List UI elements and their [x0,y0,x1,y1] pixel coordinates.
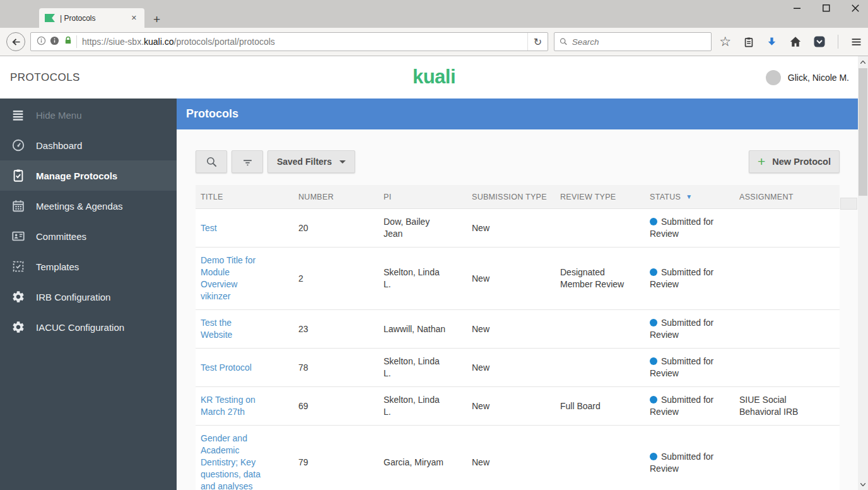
sidebar-item-label: Manage Protocols [36,170,117,181]
column-header-status[interactable]: STATUS▼ [645,193,734,201]
status-dot-icon [650,319,657,326]
home-icon[interactable] [790,36,801,47]
scrollbar-thumb[interactable] [859,68,867,196]
tab-close-icon[interactable]: ✕ [129,13,139,23]
cell-submission-type: New [467,273,555,285]
downloads-icon[interactable] [766,37,777,47]
address-bar[interactable]: https://siue-sbx.kuali.co/protocols/port… [30,32,548,51]
table-row: Demo Title for Module Overview vikinzer … [196,248,840,310]
gauge-icon [11,138,25,152]
column-header-assignment[interactable]: ASSIGNMENT [734,193,840,201]
column-header-review-type[interactable]: REVIEW TYPE [555,193,645,201]
maximize-icon[interactable] [823,4,830,12]
sidebar-item-iacuc-configuration[interactable]: IACUC Configuration [0,312,177,342]
sidebar-item-irb-configuration[interactable]: IRB Configuration [0,282,177,312]
filter-button[interactable] [232,150,263,173]
protocol-link[interactable]: Test the Website [201,317,262,341]
browser-window: | Protocols ✕ + [0,0,868,490]
cell-pi: Lawwill, Nathan [378,323,448,335]
protocol-link[interactable]: Test Protocol [201,362,252,374]
protocol-link[interactable]: KR Testing on March 27th [201,394,262,418]
kuali-logo: kuali [413,66,455,88]
column-header-pi[interactable]: PI [378,193,467,201]
cell-number: 78 [293,362,378,374]
table-row: Test the Website 23 Lawwill, Nathan New … [196,310,840,349]
id-card-icon [11,229,25,243]
column-header-number[interactable]: NUMBER [293,193,378,201]
cell-number: 20 [293,222,378,234]
search-button[interactable] [196,150,227,173]
browser-search-input[interactable] [572,37,706,47]
minimize-icon[interactable] [794,4,801,12]
template-check-icon [11,260,25,273]
main-panel: Protocols Saved Filters [177,99,868,490]
table-row: KR Testing on March 27th 69 Skelton, Lin… [196,387,840,426]
bookmark-star-icon[interactable]: ☆ [719,35,731,48]
table-options-button[interactable] [840,198,857,210]
search-icon [206,156,218,168]
saved-filters-label: Saved Filters [277,157,332,167]
cell-status: Submitted for Review [645,317,715,341]
protocol-link[interactable]: Demo Title for Module Overview vikinzer [201,254,262,302]
sidebar-item-label: Meetings & Agendas [36,201,123,212]
cell-number: 23 [293,323,378,335]
sort-desc-icon: ▼ [686,194,692,200]
toolbar: Saved Filters + New Protocol [196,150,840,173]
cell-submission-type: New [467,457,555,469]
status-dot-icon [650,268,657,276]
cell-title: Test [196,222,293,234]
kuali-favicon-icon [45,14,55,22]
url-prefix: https://siue-sbx. [82,37,144,47]
cell-status: Submitted for Review [645,356,715,379]
browser-tab[interactable]: | Protocols ✕ [39,8,144,28]
cell-review-type: Designated Member Review [555,266,628,290]
sidebar-item-meetings-agendas[interactable]: Meetings & Agendas [0,191,177,221]
new-protocol-button[interactable]: + New Protocol [749,150,840,173]
divider [838,35,838,49]
reload-icon[interactable]: ↻ [527,33,548,51]
gear-icon [11,290,25,304]
app-header: PROTOCOLS kuali Glick, Nicole M. [0,56,868,99]
sidebar-item-hide-menu[interactable]: Hide Menu [0,100,177,130]
user-menu[interactable]: Glick, Nicole M. [766,70,849,85]
saved-filters-dropdown[interactable]: Saved Filters [267,150,355,173]
close-icon[interactable] [852,4,859,12]
cell-review-type: Full Board [555,400,628,412]
url-text[interactable]: https://siue-sbx.kuali.co/protocols/port… [82,37,527,47]
sidebar-item-committees[interactable]: Committees [0,221,177,251]
menu-hamburger-icon[interactable] [851,37,862,47]
column-header-submission-type[interactable]: SUBMISSION TYPE [467,193,555,201]
browser-search-box[interactable] [554,32,712,51]
page-title: Protocols [177,99,868,129]
cell-number: 79 [293,457,378,469]
protocol-link[interactable]: Gender and Academic Dentistry; Key quest… [201,433,262,490]
cell-number: 2 [293,273,378,285]
scroll-up-icon[interactable] [858,57,868,66]
site-info-icon[interactable] [37,36,46,48]
sidebar-item-manage-protocols[interactable]: Manage Protocols [0,160,177,191]
cell-status: Submitted for Review [645,394,715,418]
cell-title: Test Protocol [196,362,293,374]
pocket-icon[interactable] [814,36,825,47]
back-button[interactable] [6,32,25,51]
vertical-scrollbar[interactable] [858,56,868,490]
table-row: Gender and Academic Dentistry; Key quest… [196,426,840,490]
lock-icon[interactable] [64,36,73,47]
cell-title: Demo Title for Module Overview vikinzer [196,254,293,302]
protocol-link[interactable]: Test [201,222,217,234]
content-area: Saved Filters + New Protocol TITLE NUMBE… [177,129,868,490]
protocols-table: TITLE NUMBER PI SUBMISSION TYPE REVIEW T… [196,185,840,490]
new-tab-button[interactable]: + [153,13,160,25]
reading-list-icon[interactable] [744,37,754,47]
status-text: Submitted for Review [650,395,713,417]
search-icon [560,37,568,46]
sidebar-item-label: IACUC Configuration [36,322,124,333]
sidebar-item-templates[interactable]: Templates [0,251,177,282]
sidebar-item-dashboard[interactable]: Dashboard [0,130,177,160]
permissions-icon[interactable] [50,36,59,48]
status-text: Submitted for Review [650,318,713,340]
cell-title: KR Testing on March 27th [196,394,293,418]
column-header-title[interactable]: TITLE [196,193,293,201]
scroll-down-icon[interactable] [858,480,868,489]
plus-icon: + [758,155,765,168]
